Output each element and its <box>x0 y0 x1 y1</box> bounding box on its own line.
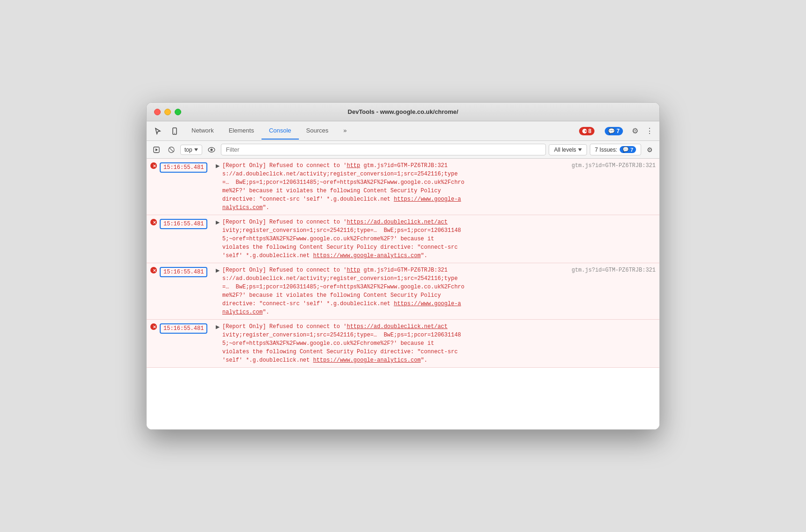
source-reference[interactable]: gtm.js?id=GTM-PZ6TRJB:321 <box>572 266 656 273</box>
chevron-down-icon <box>194 148 198 151</box>
svg-marker-5 <box>156 148 158 151</box>
log-message: [Report Only] Refused to connect to 'htt… <box>222 322 656 364</box>
svg-text:✕: ✕ <box>153 220 156 225</box>
tab-elements[interactable]: Elements <box>221 122 262 140</box>
log-message: [Report Only] Refused to connect to 'htt… <box>222 161 572 212</box>
timestamp: 15:16:55.481 <box>160 322 216 334</box>
svg-line-7 <box>170 147 174 152</box>
devtools-window: DevTools - www.google.co.uk/chrome/ Netw… <box>146 102 660 430</box>
close-button[interactable] <box>154 109 161 115</box>
log-entry: ✕ 15:16:55.481 ▶ [Report Only] Refused t… <box>147 263 659 320</box>
error-icon: ✕ <box>150 323 157 331</box>
error-icon: ✕ <box>150 162 157 170</box>
issues-button[interactable]: 7 Issues: 💬 7 <box>590 144 641 155</box>
expand-arrow-icon[interactable]: ▶ <box>216 218 219 225</box>
timestamp: 15:16:55.481 <box>160 161 216 173</box>
execute-icon-button[interactable] <box>150 145 163 155</box>
filter-input[interactable] <box>221 144 546 155</box>
tab-console[interactable]: Console <box>262 122 299 140</box>
toolbar-right: ✕ 8 💬 7 ⚙ ⋮ <box>575 124 656 138</box>
block-icon-button[interactable] <box>165 145 177 155</box>
cursor-icon-button[interactable] <box>150 126 165 137</box>
console-toolbar: top All levels 7 Issues: 💬 7 ⚙ <box>147 141 659 159</box>
context-selector[interactable]: top <box>180 145 202 155</box>
log-entry: ✕ 15:16:55.481 ▶ [Report Only] Refused t… <box>147 320 659 368</box>
error-icon: ✕ <box>150 219 157 227</box>
traffic-lights <box>154 109 181 115</box>
main-toolbar: Network Elements Console Sources » ✕ 8 💬… <box>147 121 659 141</box>
info-badge: 💬 7 <box>605 127 623 135</box>
svg-marker-11 <box>578 148 582 151</box>
tab-network[interactable]: Network <box>184 122 221 140</box>
maximize-button[interactable] <box>175 109 181 115</box>
expand-arrow-icon[interactable]: ▶ <box>216 322 219 330</box>
settings-icon-button[interactable]: ⚙ <box>629 124 641 138</box>
tab-group: Network Elements Console Sources » <box>184 122 573 140</box>
svg-text:✕: ✕ <box>153 164 156 168</box>
block-icon <box>168 147 175 153</box>
timestamp: 15:16:55.481 <box>160 218 216 229</box>
svg-text:✕: ✕ <box>153 268 156 273</box>
info-badge-button[interactable]: 💬 7 <box>601 125 627 137</box>
mobile-icon <box>171 127 178 135</box>
console-content: ✕ 15:16:55.481 ▶ [Report Only] Refused t… <box>147 159 659 429</box>
cursor-icon <box>154 127 162 135</box>
title-bar: DevTools - www.google.co.uk/chrome/ <box>147 103 659 121</box>
tab-sources[interactable]: Sources <box>299 122 336 140</box>
svg-point-10 <box>210 148 212 151</box>
window-title: DevTools - www.google.co.uk/chrome/ <box>348 108 459 115</box>
log-message: [Report Only] Refused to connect to 'htt… <box>222 218 656 260</box>
more-icon-button[interactable]: ⋮ <box>643 124 656 138</box>
issues-badge: 💬 7 <box>620 146 636 153</box>
svg-marker-8 <box>194 148 198 151</box>
levels-button[interactable]: All levels <box>549 144 587 155</box>
tab-more[interactable]: » <box>336 122 354 140</box>
svg-text:✕: ✕ <box>153 325 156 329</box>
error-icon: ✕ <box>150 267 157 275</box>
log-entry: ✕ 15:16:55.481 ▶ [Report Only] Refused t… <box>147 215 659 263</box>
expand-arrow-icon[interactable]: ▶ <box>216 161 219 169</box>
levels-chevron-icon <box>578 148 582 151</box>
error-badge-button[interactable]: ✕ 8 <box>575 125 599 137</box>
console-settings-icon-button[interactable]: ⚙ <box>644 144 656 155</box>
eye-icon-button[interactable] <box>205 145 218 154</box>
expand-arrow-icon[interactable]: ▶ <box>216 266 219 273</box>
error-circle-icon: ✕ <box>582 129 587 133</box>
log-entry: ✕ 15:16:55.481 ▶ [Report Only] Refused t… <box>147 159 659 215</box>
execute-icon <box>153 147 160 153</box>
log-message: [Report Only] Refused to connect to 'htt… <box>222 266 572 316</box>
eye-icon <box>208 147 215 153</box>
mobile-icon-button[interactable] <box>167 126 182 137</box>
source-reference[interactable]: gtm.js?id=GTM-PZ6TRJB:321 <box>572 161 656 169</box>
svg-text:✕: ✕ <box>584 129 587 133</box>
error-badge: ✕ 8 <box>579 127 595 135</box>
timestamp: 15:16:55.481 <box>160 266 216 277</box>
minimize-button[interactable] <box>164 109 171 115</box>
svg-point-1 <box>174 133 175 133</box>
